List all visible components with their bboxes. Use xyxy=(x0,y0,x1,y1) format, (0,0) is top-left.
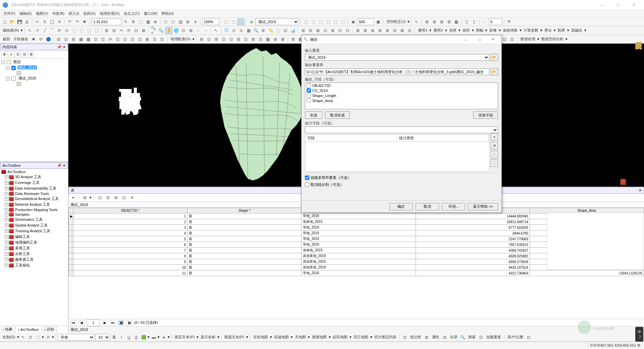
paste-icon[interactable]: 📋 xyxy=(49,18,55,25)
tool-icon[interactable]: ⬚ xyxy=(35,334,41,341)
tool-icon[interactable]: ⊟ xyxy=(441,334,448,341)
minimize-button[interactable]: — xyxy=(595,0,610,10)
first-page-button[interactable]: ⏮ xyxy=(70,320,76,326)
sousou-map[interactable]: 搜搜地图 xyxy=(311,335,328,340)
area-menu[interactable]: 面积 xyxy=(461,28,471,33)
toolbox-item[interactable]: +Production Mapping Tools xyxy=(1,207,67,212)
field-item[interactable]: CS_2019 xyxy=(305,88,498,93)
layer-checkbox[interactable] xyxy=(11,66,16,70)
tool-icon[interactable]: ⊠ xyxy=(144,36,151,43)
toolbox-item[interactable]: +多维工具 xyxy=(1,245,67,251)
tab-identify[interactable]: ▪识别 xyxy=(42,326,57,333)
tool-icon[interactable]: ⊙ xyxy=(238,27,245,34)
new-doc-icon[interactable]: ▢ xyxy=(1,18,8,25)
tool-icon[interactable]: ⊟ xyxy=(111,27,117,34)
toolbox-close-icon[interactable]: ✕ xyxy=(63,163,66,167)
google-map[interactable]: 谷歌地图 xyxy=(252,335,269,340)
add-field-button[interactable]: 添加字段 xyxy=(473,111,498,119)
dialog-close-button[interactable]: ✕ xyxy=(486,37,499,42)
tool-icon[interactable]: ⎈ xyxy=(192,18,199,25)
toc-btn[interactable]: ⊞ xyxy=(1,51,7,57)
tool-icon[interactable]: ⊡ xyxy=(257,36,264,43)
menu-window[interactable]: 窗口(W) xyxy=(142,10,159,17)
tool-icon[interactable]: ⊞ xyxy=(431,18,438,25)
field-checkbox[interactable] xyxy=(307,83,311,88)
tool-icon[interactable]: ✂ xyxy=(118,27,125,34)
line-icon[interactable]: ╱ xyxy=(41,27,48,34)
menu-insert[interactable]: 插入(I) xyxy=(66,10,81,17)
tool-icon[interactable]: ⊞ xyxy=(235,36,242,43)
tool-icon[interactable]: ⊞ xyxy=(384,27,391,34)
spatial-adj-label[interactable]: 空间校正(J) xyxy=(385,19,407,24)
menu-geoprocess[interactable]: 地理处理(G) xyxy=(98,10,122,17)
bold-button[interactable]: B xyxy=(111,334,117,341)
tool-icon[interactable]: ⊡ xyxy=(129,36,136,43)
tool-icon[interactable]: ▦ xyxy=(77,36,84,43)
scale-combo[interactable] xyxy=(92,18,122,25)
tool-icon[interactable]: ⊞ xyxy=(424,18,430,25)
save-icon[interactable]: 💾 xyxy=(16,18,23,25)
tool-icon[interactable]: ⊡ xyxy=(525,334,532,341)
select-all-button[interactable]: 全选 xyxy=(305,111,322,119)
buffer-input[interactable] xyxy=(357,18,374,25)
tool-icon[interactable]: ⬚ xyxy=(223,18,229,25)
draw-label[interactable]: 绘制(D) xyxy=(1,335,16,340)
toc-btn[interactable]: ⊟ xyxy=(21,51,28,57)
tool-icon[interactable]: ⊙ xyxy=(63,27,70,34)
tool-icon[interactable]: ⬚ xyxy=(237,18,244,25)
tool-icon[interactable]: ▯ xyxy=(464,18,470,25)
range-menu[interactable]: 图幅 xyxy=(475,28,485,33)
tool-icon[interactable]: ⚙ xyxy=(130,18,137,25)
line-color-icon[interactable]: ▬ xyxy=(150,334,157,341)
view-selected-button[interactable]: ▦ xyxy=(126,320,132,326)
layer-checkbox[interactable] xyxy=(11,77,16,81)
collapse-icon[interactable]: − xyxy=(6,66,10,70)
zoom-pct[interactable] xyxy=(202,18,219,25)
tool-icon[interactable]: ▦ xyxy=(85,36,92,43)
tool-icon[interactable]: ⊞ xyxy=(213,36,220,43)
undo-icon[interactable]: ↶ xyxy=(66,18,73,25)
tool-icon[interactable]: ◻ xyxy=(170,18,176,25)
editor-label[interactable]: 编辑器(R) xyxy=(1,28,20,33)
tool-icon[interactable]: ⬚ xyxy=(332,18,339,25)
col-header[interactable]: OBJECTID * xyxy=(73,208,187,213)
tool-icon[interactable]: ⊠ xyxy=(279,36,286,43)
tool-icon[interactable]: ▦ xyxy=(245,27,252,34)
tool-icon[interactable]: ⊡ xyxy=(133,27,140,34)
field-item[interactable]: Shape_Area xyxy=(305,98,498,103)
tool-icon[interactable]: ▦ xyxy=(453,18,460,25)
tree-root[interactable]: − 图层 xyxy=(1,59,67,65)
create-btn[interactable]: 创建要素 xyxy=(485,335,502,340)
tool-icon[interactable]: 📊 xyxy=(289,27,296,34)
cut-icon[interactable]: ✂ xyxy=(34,18,41,25)
bound-menu[interactable]: 界址 xyxy=(543,28,553,33)
table-close-icon[interactable]: ✕ xyxy=(639,188,642,193)
back-icon[interactable]: ← xyxy=(195,27,202,34)
unsplit-checkbox[interactable] xyxy=(305,183,309,187)
zoom-in-icon[interactable]: 🔍+ xyxy=(151,27,157,34)
layer-icon[interactable]: ◈ xyxy=(248,18,255,25)
tool-icon[interactable]: ⬚ xyxy=(275,27,281,34)
gaode-map[interactable]: 高德地图 xyxy=(273,335,290,340)
layer-node[interactable]: − 测试_2019 xyxy=(1,65,67,70)
copy-icon[interactable]: ⎘ xyxy=(41,18,48,25)
toolbox-item[interactable]: +服务器工具 xyxy=(1,257,67,262)
tool-icon[interactable]: ⬚ xyxy=(78,27,85,34)
close-button[interactable]: ✕ xyxy=(626,0,641,10)
tool-icon[interactable]: ⊡ xyxy=(151,36,158,43)
toolbox-item[interactable]: +地理编码工具 xyxy=(1,240,67,245)
multipart-checkbox[interactable] xyxy=(305,176,309,180)
toolbox-item[interactable]: +Geostatistical Analyst 工具 xyxy=(1,196,67,202)
tool-icon[interactable]: ⊞ xyxy=(272,36,279,43)
toc-btn[interactable]: 目录 xyxy=(449,335,459,340)
toc-btn[interactable]: ⊞ xyxy=(28,51,34,57)
toolbox-pin-icon[interactable]: 📌 xyxy=(57,163,62,167)
layer-combo[interactable]: 测试_2019 xyxy=(255,18,299,25)
dialog-maximize-button[interactable]: ▢ xyxy=(473,37,486,42)
tool-icon[interactable]: ⊡ xyxy=(122,36,128,43)
toc-close-icon[interactable]: ✕ xyxy=(63,45,66,49)
line-ana[interactable]: 线分析 xyxy=(409,335,423,340)
tool-icon[interactable]: ⬚ xyxy=(339,18,346,25)
tool-icon[interactable]: ⊕ xyxy=(152,18,159,25)
tool-icon[interactable]: ⊡ xyxy=(509,36,516,43)
